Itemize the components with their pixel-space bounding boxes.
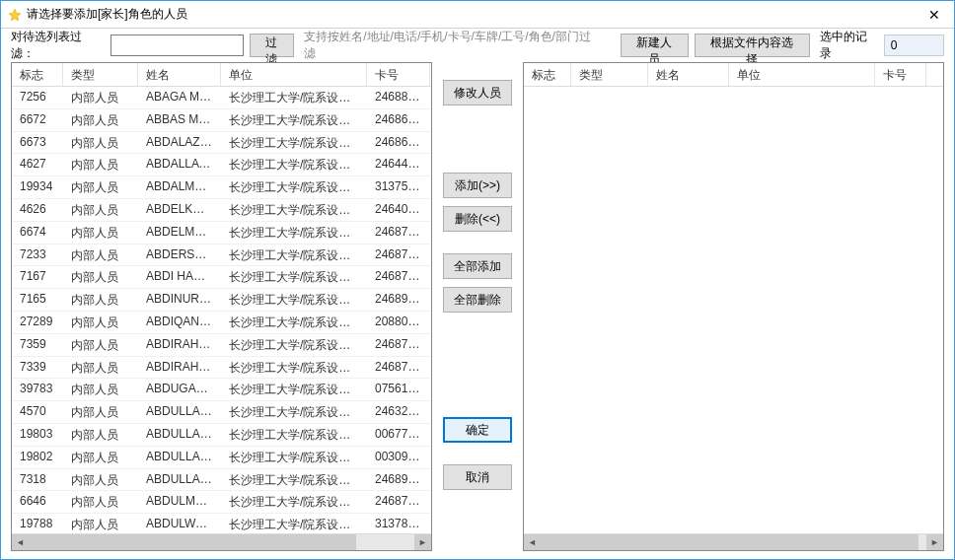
cell-type: 内部人员 (63, 491, 138, 513)
add-button[interactable]: 添加(>>) (443, 173, 512, 198)
cell-type: 内部人员 (63, 199, 138, 221)
candidates-table[interactable]: 标志 类型 姓名 单位 卡号 7256内部人员ABAGA MIK...长沙理工大… (11, 62, 432, 551)
cell-unit: 长沙理工大学/院系设置... (221, 357, 367, 379)
table-row[interactable]: 19934内部人员ABDALMAJ...长沙理工大学/院系设置...313756… (12, 176, 431, 199)
cell-unit: 长沙理工大学/院系设置... (221, 491, 367, 513)
filter-label: 对待选列表过滤： (11, 29, 105, 62)
cell-unit: 长沙理工大学/院系设置... (221, 245, 367, 266)
cell-type: 内部人员 (63, 245, 138, 266)
new-person-button[interactable]: 新建人员 (621, 34, 689, 57)
cell-unit: 长沙理工大学/院系设置... (221, 222, 367, 244)
cell-unit: 长沙理工大学/院系设置... (221, 334, 367, 356)
remove-button[interactable]: 删除(<<) (443, 206, 512, 232)
cell-flag: 7359 (12, 334, 63, 356)
scroll-right-icon[interactable]: ► (926, 534, 943, 551)
table-row[interactable]: 6646内部人员ABDULMAJ ...长沙理工大学/院系设置...246879… (12, 491, 431, 514)
selected-table[interactable]: 标志 类型 姓名 单位 卡号 ◄ ► (523, 62, 944, 551)
cell-flag: 7339 (12, 357, 63, 379)
table-row[interactable]: 7256内部人员ABAGA MIK...长沙理工大学/院系设置...246888… (12, 87, 431, 109)
select-by-file-button[interactable]: 根据文件内容选择 (695, 34, 810, 57)
remove-all-button[interactable]: 全部删除 (443, 287, 512, 313)
cell-flag: 7233 (12, 245, 63, 266)
cell-unit: 长沙理工大学/院系设置... (221, 132, 367, 154)
close-button[interactable]: ✕ (920, 7, 948, 23)
cell-flag: 4570 (12, 401, 63, 423)
cancel-button[interactable]: 取消 (443, 464, 512, 490)
ok-button[interactable]: 确定 (443, 417, 512, 443)
cell-name: ABDULLAH ... (138, 401, 221, 423)
table-row[interactable]: 39783内部人员ABDUGAFF...长沙理工大学/院系设置...075614… (12, 379, 431, 401)
cell-name: ABDULLAH ... (138, 447, 221, 468)
col-name[interactable]: 姓名 (138, 63, 221, 86)
title-bar: 请选择要添加[家长]角色的人员 ✕ (1, 1, 954, 29)
cell-type: 内部人员 (63, 132, 138, 154)
col-name[interactable]: 姓名 (648, 63, 729, 86)
table-row[interactable]: 7165内部人员ABDINUR N...长沙理工大学/院系设置...246892… (12, 289, 431, 312)
table-row[interactable]: 6672内部人员ABBAS MUS...长沙理工大学/院系设置...246861… (12, 109, 431, 132)
cell-type: 内部人员 (63, 334, 138, 356)
cell-card: 24644488 (367, 154, 430, 175)
filter-input[interactable] (110, 35, 244, 56)
cell-card: 24689287 (367, 289, 430, 311)
table-row[interactable]: 7167内部人员ABDI HASS...长沙理工大学/院系设置...246870… (12, 266, 431, 289)
candidates-hscroll[interactable]: ◄ ► (12, 533, 431, 550)
col-type[interactable]: 类型 (63, 63, 138, 86)
scroll-left-icon[interactable]: ◄ (524, 534, 541, 551)
table-row[interactable]: 7318内部人员ABDULLAK...长沙理工大学/院系设置...2468928… (12, 469, 431, 492)
cell-name: ABDELKHAL... (138, 199, 221, 221)
selected-body (524, 87, 943, 533)
scroll-left-icon[interactable]: ◄ (12, 534, 29, 551)
cell-flag: 27289 (12, 312, 63, 333)
cell-flag: 19934 (12, 176, 63, 198)
modify-person-button[interactable]: 修改人员 (443, 80, 512, 105)
selected-header: 标志 类型 姓名 单位 卡号 (524, 63, 943, 87)
selected-label: 选中的记录 (820, 29, 878, 62)
table-row[interactable]: 19788内部人员ABDULWAS...长沙理工大学/院系设置...313782… (12, 514, 431, 533)
cell-type: 内部人员 (63, 379, 138, 400)
table-row[interactable]: 4570内部人员ABDULLAH ...长沙理工大学/院系设置...246324… (12, 401, 431, 424)
cell-card: 24686110 (367, 109, 430, 131)
cell-card: 24640388 (367, 199, 430, 221)
col-type[interactable]: 类型 (571, 63, 648, 86)
table-row[interactable]: 4627内部人员ABDALLATE...长沙理工大学/院系设置...246444… (12, 154, 431, 176)
col-unit[interactable]: 单位 (729, 63, 875, 86)
star-icon (7, 7, 23, 23)
add-all-button[interactable]: 全部添加 (443, 253, 512, 279)
selected-hscroll[interactable]: ◄ ► (524, 533, 943, 550)
table-row[interactable]: 19803内部人员ABDULLAH ...长沙理工大学/院系设置...00677… (12, 424, 431, 447)
table-row[interactable]: 7339内部人员ABDIRAHM...长沙理工大学/院系设置...2468754… (12, 357, 431, 380)
col-flag[interactable]: 标志 (12, 63, 63, 86)
table-row[interactable]: 7359内部人员ABDIRAHM...长沙理工大学/院系设置...2468766… (12, 334, 431, 357)
scroll-thumb[interactable] (29, 534, 356, 551)
table-row[interactable]: 6674内部人员ABDELMAQ...长沙理工大学/院系设置...2468746… (12, 222, 431, 245)
cell-name: ABDULMAJ ... (138, 491, 221, 513)
cell-type: 内部人员 (63, 401, 138, 423)
cell-unit: 长沙理工大学/院系设置... (221, 379, 367, 400)
cell-card: 00309202 (367, 447, 430, 468)
col-card[interactable]: 卡号 (367, 63, 430, 86)
cell-unit: 长沙理工大学/院系设置... (221, 154, 367, 175)
filter-button[interactable]: 过滤 (250, 34, 295, 57)
table-row[interactable]: 19802内部人员ABDULLAH ...长沙理工大学/院系设置...00309… (12, 447, 431, 469)
cell-flag: 6646 (12, 491, 63, 513)
cell-flag: 19788 (12, 514, 63, 533)
table-row[interactable]: 7233内部人员ABDERSON...长沙理工大学/院系设置...2468712… (12, 245, 431, 267)
cell-name: ABDALMAJ... (138, 176, 221, 198)
col-unit[interactable]: 单位 (221, 63, 367, 86)
cell-card: 24687128 (367, 245, 430, 266)
cell-unit: 长沙理工大学/院系设置... (221, 109, 367, 131)
scroll-right-icon[interactable]: ► (414, 534, 431, 551)
cell-name: ABDERSON... (138, 245, 221, 266)
col-card[interactable]: 卡号 (875, 63, 926, 86)
selected-count-box: 0 (884, 35, 944, 56)
table-row[interactable]: 27289内部人员ABDIQANI ...长沙理工大学/院系设置...20880… (12, 312, 431, 334)
table-row[interactable]: 4626内部人员ABDELKHAL...长沙理工大学/院系设置...246403… (12, 199, 431, 222)
scroll-thumb[interactable] (541, 534, 918, 551)
cell-card: 20880773 (367, 312, 430, 333)
cell-flag: 7167 (12, 266, 63, 288)
col-flag[interactable]: 标志 (524, 63, 571, 86)
table-row[interactable]: 6673内部人员ABDALAZI...长沙理工大学/院系设置...2468687… (12, 132, 431, 155)
cell-flag: 19803 (12, 424, 63, 446)
cell-name: ABDULLAK... (138, 469, 221, 491)
cell-name: ABDIRAHM... (138, 357, 221, 379)
